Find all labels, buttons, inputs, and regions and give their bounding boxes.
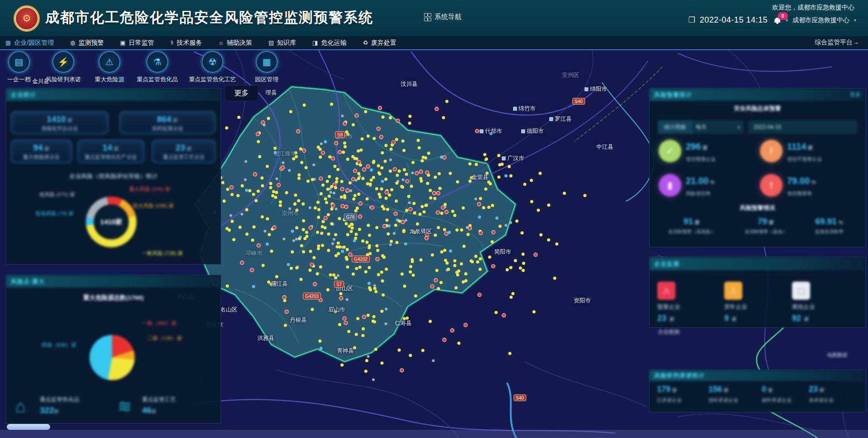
section-title: 风险预警情况 (650, 204, 865, 212)
map-marker-yellow (337, 252, 340, 255)
map-label: 蒲江县 (271, 280, 288, 288)
period-value: 每天 (696, 123, 707, 131)
warning-grid-label: 管控预警企业 (686, 156, 716, 163)
value: 0 (762, 385, 766, 394)
major-hazard-body: 重大危险源总数(1766) 一级（350）家二级（120）家四级（830）家 ⌂… (6, 287, 221, 423)
map-marker-gray (393, 232, 396, 235)
map-marker-yellow (390, 240, 393, 243)
map-marker-yellow (300, 244, 303, 247)
chevron-down-icon[interactable]: ▾ (854, 18, 856, 23)
system-nav-button[interactable]: 系统导航 (424, 13, 462, 21)
map-marker-yellow (385, 218, 388, 221)
map-marker-yellow (351, 226, 354, 230)
map-marker-red (443, 155, 446, 159)
subnav-item-6[interactable]: ▦园区管理 (237, 51, 296, 84)
nav-item-knowledge[interactable]: ▤知识库 (269, 39, 296, 47)
map-marker-red (415, 171, 419, 175)
map-marker-yellow (366, 197, 369, 200)
map-marker-yellow (354, 194, 357, 197)
date-input[interactable]: 2022-04-15 (748, 120, 857, 134)
nav-item-monitor[interactable]: ◍监测预警 (70, 39, 104, 47)
nav-item-enterprise[interactable]: ▦企业/园区管理 (5, 39, 54, 47)
map-marker-yellow (499, 225, 502, 228)
map-marker-yellow (514, 259, 517, 262)
map-marker-yellow (421, 349, 425, 352)
nav-item-transport[interactable]: ◨危化运输 (312, 39, 346, 47)
map-marker-red (378, 106, 382, 110)
map-marker-red (419, 170, 423, 174)
map-marker-yellow (326, 188, 330, 191)
enterprise-stats-body: 1410家危险化学品企业864家实时监测企业94家重大危险源企业14家重点监管危… (6, 101, 221, 264)
commitment-value: 23家 (809, 385, 834, 394)
nav-item-waste[interactable]: ♻废弃处置 (363, 39, 396, 47)
map-marker-yellow (333, 165, 336, 168)
map-marker-yellow (479, 197, 482, 200)
donut-center-label: 1410家 (86, 197, 137, 247)
map-marker-gray (244, 179, 247, 181)
stat-card[interactable]: 864家实时监测企业 (119, 111, 216, 134)
monitor-item[interactable]: ▢离线企业92 家 (792, 282, 855, 323)
map-marker-yellow (269, 182, 272, 185)
map-marker-yellow (357, 177, 360, 180)
map-marker-yellow (454, 286, 458, 289)
stat-card[interactable]: 14家重点监管危化生产企业 (77, 140, 144, 163)
section-title: 安全风险总体预警 (650, 104, 865, 113)
more-link[interactable]: 更多 (850, 91, 861, 99)
map-marker-yellow (305, 235, 308, 238)
map-marker-yellow (299, 278, 302, 281)
map-marker-yellow (361, 240, 364, 243)
map-marker-red (256, 132, 259, 136)
monitor-item[interactable]: ⚠预警企业23 家 (657, 282, 721, 323)
map-marker-red (343, 317, 346, 320)
map-marker-yellow (553, 277, 557, 280)
integrated-platform-link[interactable]: 综合监管平台→ (815, 38, 859, 47)
map-marker-yellow (332, 273, 335, 277)
stat-card[interactable]: 94家重大危险源企业 (11, 140, 72, 163)
risk-warning-body: 安全风险总体预警 统计周期 每天▾ 2022-04-15 ✓296家管控预警企业… (650, 101, 865, 247)
map-label: 洪雅县 (257, 334, 274, 342)
map-marker-blue (287, 263, 290, 266)
map-marker-yellow (350, 222, 353, 226)
unit: 家 (703, 145, 708, 151)
nav-item-daily[interactable]: ▣日常监管 (120, 39, 154, 47)
map-marker-yellow (317, 216, 320, 219)
map-marker-yellow (328, 175, 331, 178)
subnav-item-4[interactable]: ⚗重点监管危化品 (128, 51, 187, 84)
map-marker-yellow (226, 284, 229, 287)
map-marker-yellow (374, 348, 377, 351)
map-marker-yellow (453, 264, 457, 267)
map-marker-yellow (231, 220, 234, 223)
notification-bell-button[interactable]: 0 (774, 17, 781, 24)
subnav-item-5[interactable]: ☢重点监管危化工艺 (183, 51, 242, 84)
map-marker-yellow (429, 196, 432, 199)
monitor-item[interactable]: ⚠异常企业9 家 (724, 282, 788, 323)
hazard-pie-chart (90, 335, 135, 380)
commitment-value: 179家 (657, 385, 682, 394)
stat-card[interactable]: 23家重点监管工艺企业 (152, 140, 216, 163)
header-status-row: ❐ 2022-04-15 14:15 0 ▾ 成都市应急救援中心 ▾ (689, 15, 856, 25)
commitment-stats-panel: 风险研判承诺统计 179家已承诺企业156家按时承诺企业0家超时承诺企业23家未… (649, 370, 866, 412)
map-marker-yellow (317, 146, 320, 149)
truck-icon: ◨ (312, 39, 318, 46)
map-marker-yellow (487, 206, 491, 209)
map-marker-yellow (337, 241, 340, 245)
map-marker-yellow (316, 272, 319, 275)
nav-item-tech[interactable]: ⚕技术服务 (170, 39, 202, 47)
map-marker-red (409, 207, 412, 211)
map-marker-yellow (446, 262, 449, 265)
fullscreen-icon[interactable]: ❐ (689, 15, 695, 25)
user-menu[interactable]: 成都市应急救援中心 (793, 16, 849, 24)
map-marker-yellow (401, 186, 404, 189)
nav-item-decision[interactable]: ☼辅助决策 (218, 39, 252, 47)
map-marker-yellow (462, 206, 465, 209)
map-marker-yellow (338, 217, 341, 220)
map-marker-yellow (438, 187, 441, 190)
period-select[interactable]: 统计周期 每天▾ (658, 120, 744, 134)
map-marker-red (341, 204, 344, 208)
stat-card[interactable]: 1410家危险化学品企业 (11, 111, 108, 134)
map-more-button[interactable]: 更多 (225, 85, 258, 101)
map-marker-yellow (555, 242, 558, 245)
nav-item-label: 技术服务 (177, 39, 202, 47)
map-marker-yellow (443, 228, 446, 231)
map-marker-red (491, 231, 495, 234)
